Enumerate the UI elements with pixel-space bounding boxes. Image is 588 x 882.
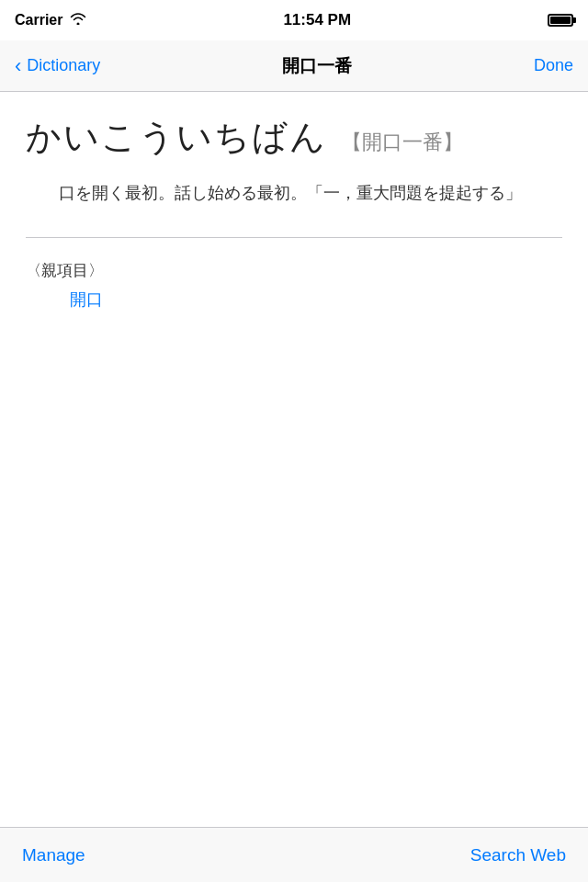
back-chevron-icon: ‹ bbox=[15, 54, 21, 78]
status-battery bbox=[548, 14, 573, 27]
done-button[interactable]: Done bbox=[534, 56, 573, 75]
status-carrier: Carrier bbox=[15, 12, 86, 28]
entry-heading: かいこういちばん 【開口一番】 bbox=[26, 114, 562, 161]
nav-title: 開口一番 bbox=[282, 54, 352, 78]
section-divider bbox=[26, 237, 562, 238]
battery-icon bbox=[548, 14, 573, 27]
back-button[interactable]: ‹ Dictionary bbox=[15, 54, 100, 78]
definition-text: 口を開く最初。話し始める最初。「一，重大問題を提起する」 bbox=[59, 179, 562, 208]
wifi-icon bbox=[70, 12, 86, 28]
dictionary-content: かいこういちばん 【開口一番】 口を開く最初。話し始める最初。「一，重大問題を提… bbox=[0, 92, 588, 384]
parent-label: 〈親項目〉 bbox=[26, 260, 562, 281]
search-web-button[interactable]: Search Web bbox=[470, 845, 566, 865]
navigation-bar: ‹ Dictionary 開口一番 Done bbox=[0, 40, 588, 92]
status-time: 11:54 PM bbox=[283, 11, 351, 29]
reading-text: かいこういちばん bbox=[26, 118, 327, 156]
carrier-label: Carrier bbox=[15, 12, 62, 28]
back-label: Dictionary bbox=[27, 56, 100, 75]
bottom-bar: Manage Search Web bbox=[0, 827, 588, 882]
manage-button[interactable]: Manage bbox=[22, 845, 85, 865]
status-bar: Carrier 11:54 PM bbox=[0, 0, 588, 40]
parent-entry-link[interactable]: 開口 bbox=[70, 288, 562, 311]
kanji-form-text: 【開口一番】 bbox=[342, 130, 463, 153]
